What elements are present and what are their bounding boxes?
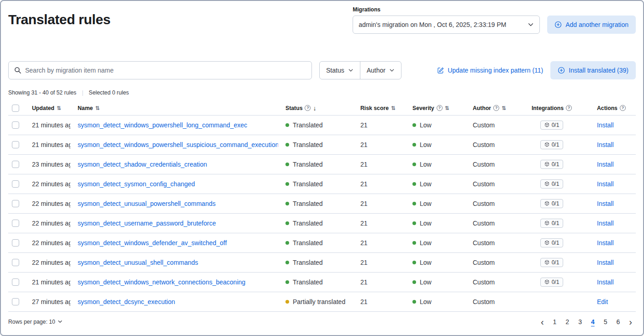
rule-name-link[interactable]: sysmon_detect_windows_defender_av_switch… — [78, 239, 278, 247]
integrations-badge[interactable]: 0/1 — [540, 258, 564, 267]
search-input[interactable] — [25, 67, 306, 74]
status-filter-button[interactable]: Status — [320, 62, 360, 79]
install-action-link[interactable]: Install — [597, 200, 614, 207]
column-label: Status — [285, 105, 302, 111]
table-row: 22 minutes ago sysmon_detect_sysmon_conf… — [8, 174, 636, 194]
page-button-2[interactable]: 2 — [562, 317, 573, 326]
severity-cell: Low — [420, 180, 432, 188]
package-icon — [544, 181, 549, 186]
status-cell: Translated — [293, 259, 323, 266]
rule-name-link[interactable]: sysmon_detect_windows_network_connection… — [78, 278, 278, 286]
column-header-risk-score[interactable]: Risk score⇅ — [360, 105, 396, 111]
selected-count: Selected 0 rules — [89, 89, 129, 96]
sort-descending-icon: ↓ — [313, 105, 316, 111]
next-page-button[interactable]: › — [625, 317, 636, 326]
page-button-3[interactable]: 3 — [575, 317, 586, 326]
column-header-status[interactable]: Status?↓ — [285, 105, 316, 111]
install-translated-button[interactable]: Install translated (39) — [550, 61, 636, 79]
table-row: 22 minutes ago sysmon_detect_windows_def… — [8, 233, 636, 252]
row-checkbox[interactable] — [12, 239, 19, 247]
rule-name-link[interactable]: sysmon_detect_username_password_brutefor… — [78, 220, 278, 227]
info-icon: ? — [437, 105, 443, 111]
row-checkbox[interactable] — [12, 298, 19, 305]
integrations-badge[interactable]: 0/1 — [540, 140, 564, 149]
previous-page-button[interactable]: ‹ — [537, 317, 548, 326]
migrations-select[interactable]: admin's migration on Mon , Oct 6, 2025, … — [353, 16, 540, 34]
update-missing-index-pattern-label: Update missing index pattern (11) — [448, 67, 543, 74]
integrations-badge[interactable]: 0/1 — [540, 278, 564, 287]
risk-score-cell: 21 — [357, 213, 409, 233]
author-filter-button[interactable]: Author — [360, 62, 401, 79]
table-row: 22 minutes ago sysmon_detect_username_pa… — [8, 213, 636, 233]
row-checkbox[interactable] — [12, 278, 19, 286]
rule-name-link[interactable]: sysmon_detect_shadow_credentials_creatio… — [78, 161, 278, 168]
showing-count: Showing 31 - 40 of 52 rules — [8, 89, 76, 96]
column-header-name[interactable]: Name⇅ — [78, 105, 100, 111]
row-checkbox[interactable] — [12, 141, 19, 148]
page-button-6[interactable]: 6 — [613, 317, 624, 326]
column-header-author[interactable]: Author?⇅ — [473, 105, 506, 111]
integrations-badge[interactable]: 0/1 — [540, 121, 564, 130]
rows-per-page-label: Rows per page: 10 — [8, 319, 55, 325]
plus-in-circle-icon — [554, 21, 562, 28]
updated-cell: 27 minutes ago — [32, 298, 70, 305]
toolbar: Status Author Update missing index patte… — [8, 61, 636, 79]
install-action-link[interactable]: Install — [597, 259, 614, 266]
install-action-link[interactable]: Install — [597, 121, 614, 129]
column-label: Author — [473, 105, 491, 111]
status-dot — [285, 280, 289, 284]
page-button-4[interactable]: 4 — [587, 317, 598, 326]
sortable-icon: ⇅ — [445, 105, 449, 111]
rule-name-link[interactable]: sysmon_detect_windows_powershell_long_co… — [78, 121, 278, 129]
package-icon — [544, 260, 549, 265]
install-action-link[interactable]: Install — [597, 220, 614, 227]
table-row: 22 minutes ago sysmon_detect_unusual_she… — [8, 252, 636, 272]
author-cell: Custom — [469, 272, 527, 292]
install-action-link[interactable]: Install — [597, 141, 614, 148]
install-action-link[interactable]: Install — [597, 161, 614, 168]
integrations-badge[interactable]: 0/1 — [540, 160, 564, 169]
row-checkbox[interactable] — [12, 161, 19, 168]
rule-name-link[interactable]: sysmon_detect_sysmon_config_changed — [78, 180, 278, 188]
integrations-badge[interactable]: 0/1 — [540, 179, 564, 189]
integrations-count: 0/1 — [552, 142, 560, 148]
install-action-link[interactable]: Install — [597, 278, 614, 286]
integrations-count: 0/1 — [552, 220, 560, 226]
package-icon — [544, 220, 549, 226]
page-button-5[interactable]: 5 — [600, 317, 611, 326]
package-icon — [544, 201, 549, 206]
rule-name-link[interactable]: sysmon_detect_unusual_shell_commands — [78, 259, 278, 266]
rows-per-page-button[interactable]: Rows per page: 10 — [8, 319, 63, 325]
row-checkbox[interactable] — [12, 259, 19, 266]
add-migration-button[interactable]: Add another migration — [547, 16, 636, 34]
chevron-down-icon — [348, 68, 354, 73]
severity-dot — [412, 202, 416, 205]
table-footer: Rows per page: 10 ‹ 123456 › — [8, 317, 636, 334]
add-migration-label: Add another migration — [565, 21, 628, 28]
column-header-updated[interactable]: Updated⇅ — [32, 105, 61, 111]
column-header-severity[interactable]: Severity?⇅ — [412, 105, 449, 111]
select-all-checkbox[interactable] — [12, 105, 19, 112]
updated-cell: 21 minutes ago — [32, 278, 70, 286]
install-action-link[interactable]: Install — [597, 180, 614, 188]
author-cell: Custom — [469, 135, 527, 154]
update-missing-index-pattern-button[interactable]: Update missing index pattern (11) — [437, 67, 543, 74]
rule-name-link[interactable]: sysmon_detect_unusual_powershell_command… — [78, 200, 278, 207]
row-checkbox[interactable] — [12, 220, 19, 227]
row-checkbox[interactable] — [12, 121, 19, 129]
integrations-badge[interactable]: 0/1 — [540, 219, 564, 228]
row-checkbox[interactable] — [12, 200, 19, 207]
row-checkbox[interactable] — [12, 180, 19, 188]
status-dot — [285, 123, 289, 127]
rule-name-link[interactable]: sysmon_detect_dcsync_execution — [78, 298, 278, 305]
page-button-1[interactable]: 1 — [549, 317, 560, 326]
edit-action-link[interactable]: Edit — [597, 298, 608, 305]
integrations-badge[interactable]: 0/1 — [540, 238, 564, 247]
severity-dot — [412, 300, 416, 304]
rule-name-link[interactable]: sysmon_detect_windows_powershell_suspici… — [78, 141, 278, 148]
status-dot — [285, 202, 289, 205]
author-cell: Custom — [469, 174, 527, 194]
install-action-link[interactable]: Install — [597, 239, 614, 247]
integrations-badge[interactable]: 0/1 — [540, 199, 564, 208]
package-icon — [544, 142, 549, 147]
